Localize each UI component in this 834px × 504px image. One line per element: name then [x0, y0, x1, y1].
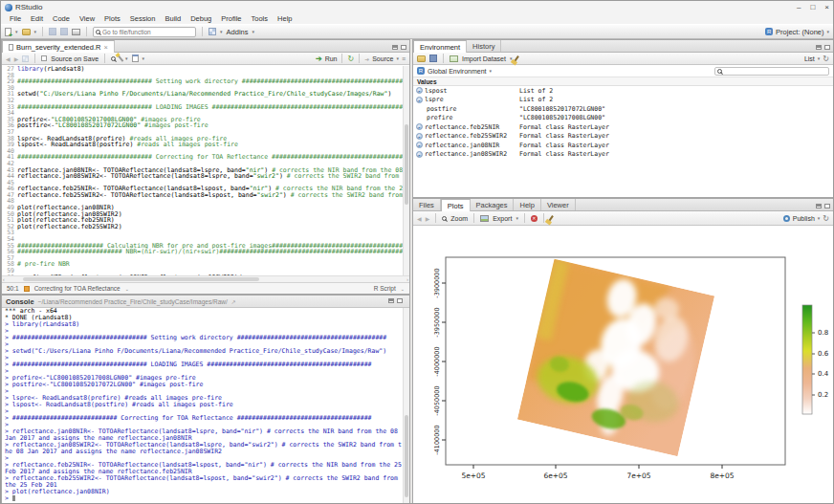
- open-file-icon[interactable]: [22, 29, 31, 35]
- tab-packages[interactable]: Packages: [471, 199, 515, 210]
- popout-icon[interactable]: [22, 55, 29, 62]
- print-icon[interactable]: [72, 29, 80, 35]
- source-button[interactable]: Source: [372, 55, 393, 62]
- panes-layout-icon[interactable]: [208, 28, 216, 35]
- code-line[interactable]: 47reflectance.feb25SWIR2<- TOTOAReflecta…: [2, 192, 409, 199]
- global-environment-selector[interactable]: Global Environment: [428, 68, 486, 75]
- code-line[interactable]: 31setwd("C:/Users/Liana Pinho F/Document…: [2, 91, 409, 98]
- code-tools-dropdown[interactable]: ▾: [125, 55, 128, 61]
- pane-minimize-icon[interactable]: [392, 45, 398, 50]
- code-line[interactable]: 29#################################### S…: [2, 78, 409, 85]
- environment-object-row[interactable]: ▸lspreList of 2: [413, 96, 833, 105]
- minimize-button[interactable]: –: [797, 3, 801, 11]
- code-editor[interactable]: 27library(rLandsat8)2829################…: [2, 66, 409, 275]
- expand-icon[interactable]: ▸: [416, 142, 423, 148]
- addins-button[interactable]: Addins: [227, 28, 249, 36]
- tab-environment[interactable]: Environment: [413, 40, 467, 53]
- tab-history[interactable]: History: [467, 40, 501, 52]
- clear-all-plots-icon[interactable]: [548, 215, 554, 222]
- menu-file[interactable]: File: [5, 14, 26, 23]
- expand-icon[interactable]: ▸: [416, 87, 423, 94]
- console-title[interactable]: Console: [6, 297, 34, 306]
- code-line[interactable]: 53: [2, 230, 409, 236]
- menu-debug[interactable]: Debug: [186, 14, 216, 23]
- project-button[interactable]: R Project: (None) ▾: [765, 28, 829, 36]
- back-icon[interactable]: ◀: [6, 55, 11, 62]
- environment-object-row[interactable]: prefire"LC80010852017008LGN00": [413, 114, 833, 123]
- tab-files[interactable]: Files: [413, 199, 441, 210]
- menu-build[interactable]: Build: [160, 14, 186, 23]
- compile-report-icon[interactable]: [132, 55, 139, 62]
- environment-object-row[interactable]: ▸reflectance.feb25SWIR2Formal class Rast…: [413, 132, 833, 142]
- panes-layout-dropdown[interactable]: ▾: [220, 29, 223, 34]
- more-dropdown[interactable]: ▾: [143, 55, 145, 61]
- list-view-selector[interactable]: List: [804, 55, 815, 62]
- environment-object-row[interactable]: ▸reflectance.jan08NIRFormal class Raster…: [413, 141, 833, 150]
- tab-plots[interactable]: Plots: [441, 199, 471, 211]
- import-dataset-button[interactable]: Import Dataset: [462, 55, 506, 62]
- pane-maximize-icon[interactable]: [401, 45, 406, 50]
- menu-help[interactable]: Help: [273, 14, 296, 23]
- save-workspace-icon[interactable]: [429, 55, 437, 62]
- previous-plot-icon[interactable]: ◀: [417, 215, 422, 222]
- code-line[interactable]: 27library(rLandsat8): [2, 66, 409, 73]
- pane-minimize-icon[interactable]: [816, 45, 822, 50]
- outline-icon[interactable]: ≡: [402, 55, 406, 62]
- close-button[interactable]: ×: [824, 3, 829, 11]
- console-scrollbar[interactable]: [403, 308, 409, 503]
- new-file-dropdown[interactable]: ▾: [15, 29, 18, 34]
- code-line[interactable]: 56############################ NBR=(nir-…: [2, 249, 409, 255]
- source-on-save-checkbox[interactable]: [41, 55, 47, 61]
- expand-icon[interactable]: ▸: [416, 151, 423, 158]
- code-line[interactable]: 58# pre-fire NBR: [2, 261, 409, 268]
- tab-viewer[interactable]: Viewer: [541, 199, 576, 210]
- export-dropdown[interactable]: ▾: [516, 215, 518, 221]
- pane-minimize-icon[interactable]: [388, 298, 394, 303]
- code-line[interactable]: 52plot(reflectance.feb25SWIR2): [2, 224, 409, 230]
- pane-maximize-icon[interactable]: [824, 204, 830, 208]
- run-button[interactable]: Run: [325, 55, 338, 62]
- menu-tools[interactable]: Tools: [247, 14, 274, 23]
- menu-plots[interactable]: Plots: [99, 14, 125, 23]
- pane-maximize-icon[interactable]: [397, 298, 403, 303]
- find-replace-icon[interactable]: [111, 56, 116, 61]
- save-icon[interactable]: [49, 28, 56, 35]
- editor-vertical-scrollbar[interactable]: [403, 66, 409, 275]
- code-line[interactable]: 36postfire<-"LC80010852017072LGN00" #ima…: [2, 122, 409, 129]
- environment-object-row[interactable]: postfire"LC80010852017072LGN00": [413, 104, 833, 114]
- open-folder-icon[interactable]: ↗: [231, 298, 236, 305]
- zoom-button[interactable]: Zoom: [450, 215, 468, 222]
- save-all-icon[interactable]: [60, 28, 68, 35]
- menu-session[interactable]: Session: [125, 14, 161, 23]
- expand-icon[interactable]: ▸: [416, 133, 423, 140]
- code-line[interactable]: 39lspost<- ReadLandsat8(postfire) #reads…: [2, 142, 409, 148]
- menu-profile[interactable]: Profile: [216, 14, 246, 23]
- rerun-icon[interactable]: ↻: [347, 55, 354, 63]
- load-workspace-icon[interactable]: [417, 55, 426, 62]
- environment-object-row[interactable]: ▸reflectance.jan08SWIR2Formal class Rast…: [413, 150, 833, 160]
- addins-dropdown[interactable]: ▾: [252, 29, 254, 34]
- next-plot-icon[interactable]: ▶: [426, 215, 430, 222]
- code-tools-icon[interactable]: [118, 55, 124, 61]
- new-file-icon[interactable]: [5, 28, 11, 36]
- goto-file-input[interactable]: [102, 29, 188, 35]
- editor-horizontal-scrollbar[interactable]: ‹›: [2, 275, 409, 282]
- menu-edit[interactable]: Edit: [26, 14, 48, 23]
- forward-icon[interactable]: ▶: [14, 55, 19, 62]
- code-line[interactable]: 33#################################### L…: [2, 104, 409, 111]
- tab-burn-severity-script[interactable]: Burn_severity_extended.R ×: [2, 40, 115, 53]
- refresh-icon[interactable]: ↻: [823, 55, 829, 63]
- source-dropdown[interactable]: ▾: [396, 55, 399, 61]
- export-button[interactable]: Export: [493, 215, 512, 222]
- remove-plot-icon[interactable]: ✕: [531, 215, 538, 222]
- open-file-dropdown[interactable]: ▾: [34, 29, 37, 34]
- expand-icon[interactable]: ▸: [416, 123, 423, 130]
- refresh-plot-icon[interactable]: ↻: [823, 214, 829, 223]
- clear-environment-icon[interactable]: [515, 55, 520, 62]
- environment-search-box[interactable]: [714, 67, 829, 76]
- tab-help[interactable]: Help: [514, 199, 540, 210]
- pane-minimize-icon[interactable]: [816, 204, 822, 208]
- pane-maximize-icon[interactable]: [824, 45, 830, 50]
- code-line[interactable]: 41#################################### C…: [2, 154, 409, 161]
- console-output[interactable]: *** arch - x64* DONE (rLandsat8)> librar…: [5, 308, 402, 502]
